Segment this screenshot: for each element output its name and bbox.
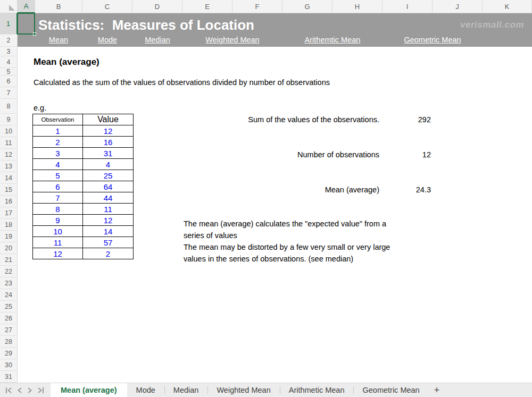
row-header-26[interactable]: 26 — [0, 312, 18, 324]
row-header-27[interactable]: 27 — [0, 324, 18, 336]
column-header-d[interactable]: D — [132, 0, 182, 13]
column-header-b[interactable]: B — [35, 0, 82, 13]
table-row: 216 — [33, 137, 134, 148]
table-cell[interactable]: 31 — [83, 148, 134, 159]
table-cell[interactable]: 10 — [33, 226, 83, 237]
row-header-14[interactable]: 14 — [0, 172, 18, 184]
column-header-h[interactable]: H — [332, 0, 383, 13]
banner-link-median[interactable]: Median — [145, 36, 170, 44]
row-header-1[interactable]: 1 — [0, 13, 18, 35]
select-all-triangle-icon — [9, 5, 15, 11]
banner-link-arithemtic-mean[interactable]: Arithemtic Mean — [305, 36, 361, 44]
table-cell[interactable]: 11 — [33, 237, 83, 248]
table-cell[interactable]: 14 — [83, 226, 134, 237]
table-cell[interactable]: 12 — [83, 125, 134, 137]
row-header-25[interactable]: 25 — [0, 301, 18, 312]
stat-value: 12 — [379, 150, 431, 159]
column-header-i[interactable]: I — [383, 0, 433, 13]
sheet-tabs: Mean (average)ModeMedianWeighted MeanAri… — [51, 383, 429, 397]
banner-link-weighted-mean[interactable]: Weighted Mean — [205, 36, 259, 44]
table-cell[interactable]: 5 — [33, 170, 83, 181]
row-header-30[interactable]: 30 — [0, 359, 18, 371]
column-header-e[interactable]: E — [182, 0, 232, 13]
table-cell[interactable]: 57 — [83, 237, 134, 248]
table-cell[interactable]: 25 — [83, 170, 134, 181]
row-header-22[interactable]: 22 — [0, 266, 18, 277]
row-header-3[interactable]: 3 — [0, 47, 18, 56]
row-header-4[interactable]: 4 — [0, 56, 18, 68]
table-cell[interactable]: 64 — [83, 181, 134, 192]
row-header-7[interactable]: 7 — [0, 87, 18, 99]
last-sheet-icon[interactable] — [37, 387, 44, 393]
value-column-header[interactable]: Value — [83, 114, 134, 125]
row-header-24[interactable]: 24 — [0, 289, 18, 301]
row-header-19[interactable]: 19 — [0, 231, 18, 242]
table-cell[interactable]: 8 — [33, 204, 83, 215]
row-header-29[interactable]: 29 — [0, 348, 18, 359]
row-header-13[interactable]: 13 — [0, 161, 18, 172]
note-line: values in the series of observations. (s… — [184, 253, 439, 265]
row-header-2[interactable]: 2 — [0, 35, 18, 47]
sheet-tab-mean-average[interactable]: Mean (average) — [51, 383, 127, 397]
row-header-9[interactable]: 9 — [0, 114, 18, 125]
row-header-11[interactable]: 11 — [0, 137, 18, 149]
table-cell[interactable]: 12 — [33, 248, 83, 259]
sheet-tab-arithmetic-mean[interactable]: Arithmetic Mean — [280, 383, 354, 397]
prev-sheet-icon[interactable] — [17, 387, 22, 393]
table-cell[interactable]: 3 — [33, 148, 83, 159]
select-all-corner[interactable] — [0, 0, 18, 13]
add-sheet-button[interactable]: + — [429, 383, 445, 397]
sheet-tab-geometric-mean[interactable]: Geometric Mean — [353, 383, 428, 397]
row-header-31[interactable]: 31 — [0, 371, 18, 383]
row-header-15[interactable]: 15 — [0, 184, 18, 196]
column-header-f[interactable]: F — [232, 0, 282, 13]
column-header-g[interactable]: G — [282, 0, 332, 13]
stat-value: 292 — [379, 115, 431, 124]
row-header-12[interactable]: 12 — [0, 149, 18, 161]
fill-handle[interactable] — [33, 32, 36, 36]
table-cell[interactable]: 12 — [83, 215, 134, 226]
row-header-5[interactable]: 5 — [0, 68, 18, 75]
table-cell[interactable]: 2 — [33, 137, 83, 148]
table-cell[interactable]: 1 — [33, 125, 83, 137]
sheet-tab-median[interactable]: Median — [164, 383, 208, 397]
row-header-21[interactable]: 21 — [0, 254, 18, 266]
note-line: The mean (average) calculates the "expec… — [184, 218, 439, 230]
table-cell[interactable]: 4 — [33, 159, 83, 170]
row-header-28[interactable]: 28 — [0, 336, 18, 348]
table-cell[interactable]: 6 — [33, 181, 83, 192]
row-header-20[interactable]: 20 — [0, 242, 18, 254]
sheet-canvas[interactable]: Statistics: Measures of Location verisma… — [18, 13, 532, 383]
column-header-a[interactable]: A — [18, 0, 35, 13]
table-cell[interactable]: 16 — [83, 137, 134, 148]
table-cell[interactable]: 11 — [83, 204, 134, 215]
table-cell[interactable]: 2 — [83, 248, 134, 259]
row-header-10[interactable]: 10 — [0, 125, 18, 137]
table-cell[interactable]: 7 — [33, 192, 83, 204]
row-header-18[interactable]: 18 — [0, 219, 18, 231]
observation-column-header[interactable]: Observation — [33, 114, 83, 125]
first-sheet-icon[interactable] — [5, 387, 12, 393]
column-header-c[interactable]: C — [82, 0, 132, 13]
table-row: 912 — [33, 215, 134, 226]
row-header-16[interactable]: 16 — [0, 196, 18, 207]
table-row: 1014 — [33, 226, 134, 237]
table-cell[interactable]: 4 — [83, 159, 134, 170]
sheet-tab-weighted-mean[interactable]: Weighted Mean — [207, 383, 279, 397]
column-header-k[interactable]: K — [483, 0, 532, 13]
table-row: 664 — [33, 181, 134, 192]
table-cell[interactable]: 44 — [83, 192, 134, 204]
banner-link-mean[interactable]: Mean — [49, 36, 68, 44]
next-sheet-icon[interactable] — [27, 387, 32, 393]
table-cell[interactable]: 9 — [33, 215, 83, 226]
row-header-23[interactable]: 23 — [0, 277, 18, 289]
selected-cell-a1[interactable] — [17, 13, 35, 35]
row-header-8[interactable]: 8 — [0, 99, 18, 114]
row-header-6[interactable]: 6 — [0, 75, 18, 87]
banner-link-geometric-mean[interactable]: Geometric Mean — [404, 36, 461, 44]
sheet-tab-mode[interactable]: Mode — [127, 383, 164, 397]
banner-link-mode[interactable]: Mode — [98, 36, 117, 44]
row-header-17[interactable]: 17 — [0, 207, 18, 219]
column-header-j[interactable]: J — [433, 0, 483, 13]
table-row: 122 — [33, 248, 134, 259]
